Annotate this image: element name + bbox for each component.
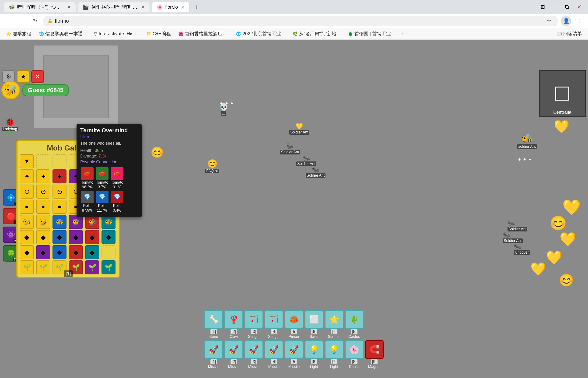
bookmark-star[interactable]: ☆: [544, 16, 554, 26]
bookmark-shangrila[interactable]: 🌺 首钢香格里拉酒店_...: [176, 30, 231, 38]
toolbar-bone[interactable]: 🦴 [1] Bone: [204, 310, 223, 339]
mob-cell-r8c1[interactable]: 🌱: [20, 260, 34, 274]
tab-florro[interactable]: 🌸 florr.io ✕: [152, 2, 190, 12]
light2-slot[interactable]: 💡: [325, 340, 344, 359]
bookmark-info[interactable]: 🌐 信息学奥赛一本通...: [36, 30, 89, 38]
mob-cell-r7c2[interactable]: ◆: [36, 245, 50, 259]
tab-title-2: 创作中心 - 哔哩哔哩弹幕视频: [91, 4, 138, 10]
restore-button[interactable]: ⧉: [562, 2, 572, 12]
mob-cell-r1c1[interactable]: ▼: [20, 154, 34, 168]
tab-bilibili1[interactable]: 🐝 哔哩哔哩（"- "）つロ 干杯~！ ✕: [4, 2, 76, 12]
dahlia-slot[interactable]: 🌸: [345, 340, 363, 359]
bookmark-more[interactable]: »: [400, 30, 407, 37]
bookmark-quexue[interactable]: ⭐ 趣学旅程: [4, 30, 34, 38]
extensions-button[interactable]: ⊞: [538, 2, 548, 12]
mob-cell-r5c3[interactable]: 🐝: [53, 215, 67, 229]
mob-cell-r2c3[interactable]: ✦: [53, 169, 67, 183]
toolbar-cactus[interactable]: 🌵 [8] Cactus: [345, 310, 363, 339]
side-btn-z-icon: 💠: [7, 193, 15, 202]
mob-cell-r7c4[interactable]: ◆: [69, 245, 83, 259]
mob-cell-r4c3[interactable]: ●: [53, 200, 67, 214]
toolbar-missile3[interactable]: 🚀 [3] Missile: [244, 340, 263, 369]
mob-cell-r7c1[interactable]: ◆: [20, 245, 34, 259]
bone-slot[interactable]: 🦴: [204, 310, 223, 329]
tab-close-3[interactable]: ✕: [180, 5, 185, 10]
mob-cell-r4c2[interactable]: ●: [36, 200, 50, 214]
toolbar-magnet[interactable]: 🧲 [9] Magnet: [365, 340, 384, 369]
stinger2-num: [4]: [271, 329, 277, 334]
claw-slot[interactable]: 🦞: [225, 310, 243, 329]
stinger1-label: Stinger: [248, 335, 260, 339]
light1-slot[interactable]: 💡: [305, 340, 323, 359]
missile2-slot[interactable]: 🚀: [225, 340, 243, 359]
mob-cell-r6c2[interactable]: ◆: [36, 230, 50, 244]
toolbar-light2[interactable]: 💡 [7] Light: [325, 340, 344, 369]
bookmark-interact[interactable]: ▽ Interactivate: Hist...: [92, 30, 141, 37]
mob-cell-r6c1[interactable]: ◆: [20, 230, 34, 244]
toolbar-missile1[interactable]: 🚀 [1] Missile: [204, 340, 223, 369]
missile3-slot[interactable]: 🚀: [244, 340, 263, 359]
mob-cell-r8c5[interactable]: 🌱: [85, 260, 99, 274]
bookmark-readinglist[interactable]: 📖 阅读清单: [554, 30, 584, 38]
starfish-slot[interactable]: ⭐: [325, 310, 344, 329]
mob-cell-r6c6[interactable]: ◆: [102, 230, 116, 244]
bookmark-shougangyuan[interactable]: 🌲 首钢园 | 首钢工业...: [346, 30, 397, 38]
pincer-slot[interactable]: 🦀: [285, 310, 303, 329]
forward-button[interactable]: →: [17, 16, 27, 26]
bookmark-cpp[interactable]: 📁 C++编程: [144, 30, 173, 38]
mob-cell-r7c5[interactable]: ◆: [85, 245, 99, 259]
stinger2-slot[interactable]: 🏹: [265, 310, 283, 329]
back-button[interactable]: ←: [4, 16, 14, 26]
toolbar-missile2[interactable]: 🚀 [2] Missile: [225, 340, 243, 369]
mob-cell-r2c1[interactable]: ✦: [20, 169, 34, 183]
close-window-button[interactable]: ✕: [574, 2, 584, 12]
mob-cell-r3c3[interactable]: ⊙: [53, 185, 67, 199]
cactus-slot[interactable]: 🌵: [345, 310, 363, 329]
toolbar-starfish[interactable]: ⭐ [7] Starfish: [325, 310, 344, 339]
minimize-button[interactable]: −: [550, 2, 560, 12]
missile5-slot[interactable]: 🚀: [285, 340, 303, 359]
mob-cell-r1c2: [36, 154, 50, 168]
stinger1-slot[interactable]: 🏹: [244, 310, 263, 329]
mob-cell-r6c5[interactable]: ◆: [85, 230, 99, 244]
mob-cell-r5c2[interactable]: 🐝: [36, 215, 50, 229]
mob-cell-r2c2[interactable]: ✦: [36, 169, 50, 183]
toolbar-stinger2[interactable]: 🏹 [4] Stinger: [265, 310, 283, 339]
reload-button[interactable]: ↻: [30, 16, 40, 26]
tab-close-1[interactable]: ✕: [66, 5, 71, 10]
toolbar-light1[interactable]: 💡 [6] Light: [305, 340, 323, 369]
mob-cell-r6c3[interactable]: ◆: [53, 230, 67, 244]
missile3-label: Missile: [248, 365, 260, 369]
magnet-slot[interactable]: 🧲: [365, 340, 384, 359]
sand-slot[interactable]: ⬜: [305, 310, 323, 329]
toolbar-claw[interactable]: 🦞 [2] Claw: [225, 310, 243, 339]
tab-close-2[interactable]: ✕: [140, 5, 145, 10]
profile-button[interactable]: 👤: [561, 16, 571, 26]
toolbar-stinger1[interactable]: 🏹 [3] Stinger: [244, 310, 263, 339]
address-bar[interactable]: 🔒 florr.io ☆: [43, 16, 558, 26]
tab-bilibili2[interactable]: 🎬 创作中心 - 哔哩哔哩弹幕视频 ✕: [78, 2, 150, 12]
mob-cell-r5c1[interactable]: 🐝: [20, 215, 34, 229]
toolbar-missile4[interactable]: 🚀 [4] Missile: [265, 340, 283, 369]
toolbar-missile5[interactable]: 🚀 [5] Missile: [285, 340, 303, 369]
mob-cell-r3c2[interactable]: ⊙: [36, 185, 50, 199]
mob-cell-r4c1[interactable]: ●: [20, 200, 34, 214]
toolbar-dahlia[interactable]: 🌸 [8] Dahlia: [345, 340, 363, 369]
mob-cell-r7c3[interactable]: ◆: [53, 245, 67, 259]
bookmark-shougang1[interactable]: 🌐 2022北京首钢工业...: [234, 30, 287, 38]
mob-cell-r8c6[interactable]: 🌱: [102, 260, 116, 274]
drop-row-2: 💎 Relic 87.9% 💎 Relic 11.7% 💎 Relic 0.4%: [80, 191, 138, 213]
missile4-slot[interactable]: 🚀: [265, 340, 283, 359]
bookmark-laofang[interactable]: 🌿 从"老厂房"到"新地...: [290, 30, 343, 38]
new-tab-button[interactable]: +: [192, 2, 202, 12]
game-area[interactable]: ⚙ ★ ✕ 🐝 Guest #6845 🐞 Ladybug 💠 [Z] 🔴 [X…: [0, 40, 588, 378]
missile1-slot[interactable]: 🚀: [204, 340, 223, 359]
mob-cell-r6c4[interactable]: ◆: [69, 230, 83, 244]
minimap[interactable]: Centralia: [539, 70, 586, 117]
mob-cell-r8c2[interactable]: 🌱: [36, 260, 50, 274]
toolbar-sand[interactable]: ⬜ [6] Sand: [305, 310, 323, 339]
more-button[interactable]: ⋮: [574, 16, 584, 26]
mob-cell-r3c1[interactable]: ⊙: [20, 185, 34, 199]
cluster-label1: Soldier Ant: [508, 227, 527, 231]
toolbar-pincer[interactable]: 🦀 [5] Pincer: [285, 310, 303, 339]
